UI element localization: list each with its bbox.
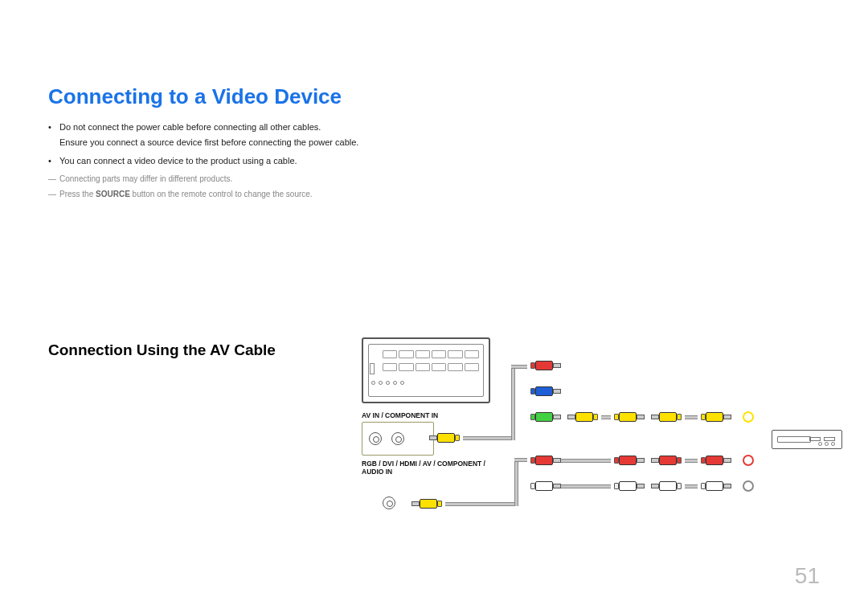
note-2-prefix: Press the: [59, 190, 96, 198]
rca-plug-yellow-icon: [567, 411, 601, 423]
note-2: Press the SOURCE button on the remote co…: [48, 188, 530, 201]
bullet-1: Do not connect the power cable before co…: [48, 121, 530, 134]
video-device-icon: [772, 430, 842, 449]
av-in-port-block-icon: [362, 422, 434, 456]
rca-plug-white-icon: [651, 480, 685, 492]
cable-segment: [561, 459, 611, 463]
note-1: Connecting parts may differ in different…: [48, 173, 530, 186]
cable-segment: [514, 460, 518, 506]
rca-plug-yellow-icon: [698, 411, 731, 423]
rca-plug-red-icon: [527, 360, 561, 371]
cable-segment: [511, 366, 515, 440]
cable-segment: [601, 415, 611, 419]
rca-jack-white-icon: [743, 480, 754, 492]
rca-plug-red-icon: [527, 455, 561, 466]
rca-plug-white-icon: [611, 480, 645, 492]
rca-plug-white-icon: [698, 480, 731, 492]
section-heading: Connection Using the AV Cable: [48, 341, 276, 359]
page-title: Connecting to a Video Device: [48, 84, 342, 109]
bullet-2: You can connect a video device to the pr…: [48, 154, 530, 168]
rca-jack-yellow-icon: [743, 411, 754, 423]
audio-in-label: RGB / DVI / HDMI / AV / COMPONENT / AUDI…: [362, 460, 498, 476]
rca-plug-blue-icon: [527, 386, 561, 397]
note-2-suffix: button on the remote control to change t…: [130, 190, 313, 198]
cable-segment: [685, 415, 698, 419]
cable-segment: [685, 459, 698, 463]
av-in-label: AV IN / COMPONENT IN: [362, 411, 438, 419]
rca-plug-green-icon: [527, 411, 561, 423]
bullet-1-sub: Ensure you connect a source device first…: [48, 136, 530, 149]
intro-bullets: Do not connect the power cable before co…: [48, 121, 530, 202]
rca-plug-yellow-icon: [611, 411, 645, 423]
audio-plug-yellow-left-icon: [411, 498, 445, 509]
cable-segment: [685, 484, 698, 488]
rca-plug-red-icon: [611, 455, 645, 466]
cable-segment: [514, 458, 527, 462]
page-number: 51: [795, 563, 820, 589]
rca-plug-yellow-icon: [651, 411, 685, 423]
cable-segment: [561, 484, 611, 488]
cable-segment: [511, 365, 527, 369]
rca-jack-red-icon: [743, 455, 754, 466]
cable-segment: [445, 502, 516, 506]
display-back-panel-icon: [362, 337, 490, 403]
rca-plug-red-icon: [698, 455, 731, 466]
audio-in-jack-icon: [383, 497, 395, 509]
cable-segment: [463, 436, 513, 440]
rca-plug-red-icon: [651, 455, 685, 466]
rca-plug-white-icon: [527, 480, 561, 492]
av-cable-diagram: AV IN / COMPONENT IN RGB / DVI / HDMI / …: [362, 337, 844, 522]
video-plug-yellow-left-icon: [429, 432, 463, 443]
note-2-bold: SOURCE: [96, 190, 130, 198]
